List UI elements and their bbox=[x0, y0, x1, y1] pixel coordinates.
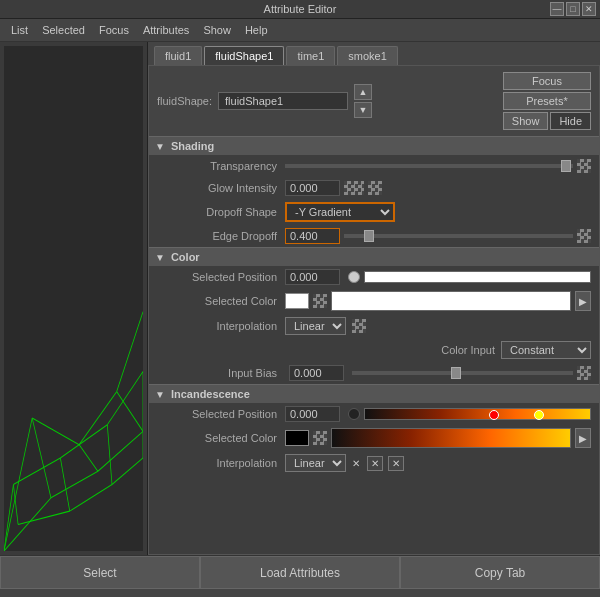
edge-dropoff-input[interactable] bbox=[285, 228, 340, 244]
menu-list[interactable]: List bbox=[8, 23, 31, 37]
shading-section-header[interactable]: ▼ Shading bbox=[149, 136, 599, 155]
menu-help[interactable]: Help bbox=[242, 23, 271, 37]
show-button[interactable]: Show bbox=[503, 112, 549, 130]
edge-dropoff-thumb[interactable] bbox=[364, 230, 374, 242]
top-controls: fluidShape: ▲ ▼ Focus Presets* Show Hide bbox=[149, 66, 599, 136]
input-bias-checker bbox=[577, 366, 591, 380]
color-position-marker bbox=[348, 271, 360, 283]
menu-attributes[interactable]: Attributes bbox=[140, 23, 192, 37]
incand-selected-position-input[interactable] bbox=[285, 406, 340, 422]
minimize-button[interactable]: — bbox=[550, 2, 564, 16]
tab-fluid1[interactable]: fluid1 bbox=[154, 46, 202, 65]
svg-line-11 bbox=[13, 458, 60, 485]
menu-show[interactable]: Show bbox=[200, 23, 234, 37]
input-bias-slider[interactable] bbox=[352, 366, 591, 380]
svg-line-15 bbox=[70, 485, 112, 512]
right-panel: fluid1 fluidShape1 time1 smoke1 fluidSha… bbox=[148, 42, 600, 555]
transparency-row: Transparency bbox=[149, 155, 599, 177]
maximize-button[interactable]: □ bbox=[566, 2, 580, 16]
hide-button[interactable]: Hide bbox=[550, 112, 591, 130]
fluid-shape-input[interactable] bbox=[218, 92, 348, 110]
gradient-arrow-right[interactable]: ▶ bbox=[575, 291, 591, 311]
bottom-bar: Select Load Attributes Copy Tab bbox=[0, 555, 600, 589]
incand-gradient-top[interactable] bbox=[364, 408, 591, 420]
svg-line-1 bbox=[32, 418, 79, 445]
color-gradient-display[interactable] bbox=[331, 291, 571, 311]
menu-bar: List Selected Focus Attributes Show Help bbox=[0, 19, 600, 42]
incand-gradient-arrow[interactable]: ▶ bbox=[575, 428, 591, 448]
svg-line-4 bbox=[4, 498, 51, 551]
shading-section-title: Shading bbox=[171, 140, 214, 152]
title-text: Attribute Editor bbox=[264, 3, 337, 15]
incand-selected-color-label: Selected Color bbox=[157, 432, 277, 444]
svg-line-16 bbox=[112, 458, 143, 485]
color-interpolation-dropdown[interactable]: Linear bbox=[285, 317, 346, 335]
dropoff-shape-dropdown[interactable]: -Y Gradient bbox=[285, 202, 395, 222]
color-input-label: Color Input bbox=[441, 344, 495, 356]
input-bias-row: Input Bias bbox=[149, 362, 599, 384]
close-button[interactable]: ✕ bbox=[582, 2, 596, 16]
transparency-slider[interactable] bbox=[285, 159, 591, 173]
color-swatch-checker bbox=[313, 294, 327, 308]
incand-interpolation-dropdown[interactable]: Linear bbox=[285, 454, 346, 472]
interpolation-icon bbox=[352, 319, 366, 333]
delete-icon[interactable]: ✕ bbox=[352, 458, 360, 469]
svg-line-14 bbox=[18, 511, 70, 524]
menu-selected[interactable]: Selected bbox=[39, 23, 88, 37]
color-gradient-bar[interactable] bbox=[364, 271, 591, 283]
select-button[interactable]: Select bbox=[0, 556, 200, 589]
presets-button[interactable]: Presets* bbox=[503, 92, 591, 110]
incand-selected-position-row: Selected Position bbox=[149, 403, 599, 425]
glow-intensity-input[interactable] bbox=[285, 180, 340, 196]
color-selected-position-row: Selected Position bbox=[149, 266, 599, 288]
color-input-dropdown[interactable]: Constant bbox=[501, 341, 591, 359]
input-bias-thumb[interactable] bbox=[451, 367, 461, 379]
incand-interp-icons: ✕ ✕ ✕ bbox=[352, 457, 404, 469]
incand-swatch-checker bbox=[313, 431, 327, 445]
color-selected-color-row: Selected Color ▶ bbox=[149, 288, 599, 314]
incand-selected-position-label: Selected Position bbox=[157, 408, 277, 420]
incandescence-section-header[interactable]: ▼ Incandescence bbox=[149, 384, 599, 403]
color-selected-position-input[interactable] bbox=[285, 269, 340, 285]
svg-line-6 bbox=[98, 431, 143, 471]
incand-color-swatch[interactable] bbox=[285, 430, 309, 446]
svg-line-10 bbox=[4, 485, 13, 551]
arrow-up-icon[interactable]: ▲ bbox=[354, 84, 372, 100]
top-right-buttons: Focus Presets* Show Hide bbox=[503, 72, 591, 130]
input-bias-track[interactable] bbox=[352, 371, 573, 375]
edge-dropoff-slider[interactable] bbox=[344, 229, 591, 243]
input-bias-input[interactable] bbox=[289, 365, 344, 381]
load-attributes-button[interactable]: Load Attributes bbox=[200, 556, 400, 589]
tabs-bar: fluid1 fluidShape1 time1 smoke1 bbox=[148, 42, 600, 65]
transparency-thumb[interactable] bbox=[561, 160, 571, 172]
transparency-track[interactable] bbox=[285, 164, 573, 168]
color-selected-position-label: Selected Position bbox=[157, 271, 277, 283]
add-icon[interactable]: ✕ bbox=[388, 456, 404, 471]
svg-line-7 bbox=[32, 418, 51, 498]
left-panel bbox=[0, 42, 148, 555]
left-canvas bbox=[4, 46, 143, 551]
arrow-down-icon[interactable]: ▼ bbox=[354, 102, 372, 118]
tab-smoke1[interactable]: smoke1 bbox=[337, 46, 398, 65]
svg-line-8 bbox=[79, 445, 98, 472]
incand-gradient-display[interactable] bbox=[331, 428, 571, 448]
shading-arrow-icon: ▼ bbox=[155, 141, 165, 152]
transparency-checker bbox=[577, 159, 591, 173]
focus-button[interactable]: Focus bbox=[503, 72, 591, 90]
svg-line-12 bbox=[60, 425, 107, 458]
edit-icon[interactable]: ✕ bbox=[367, 456, 383, 471]
dropoff-shape-row: Dropoff Shape -Y Gradient bbox=[149, 199, 599, 225]
copy-tab-button[interactable]: Copy Tab bbox=[400, 556, 600, 589]
menu-focus[interactable]: Focus bbox=[96, 23, 132, 37]
incand-marker-red[interactable] bbox=[489, 410, 499, 420]
color-section-header[interactable]: ▼ Color bbox=[149, 247, 599, 266]
color-interpolation-row: Interpolation Linear bbox=[149, 314, 599, 338]
input-bias-label: Input Bias bbox=[157, 367, 277, 379]
content-area[interactable]: fluidShape: ▲ ▼ Focus Presets* Show Hide bbox=[148, 65, 600, 555]
edge-dropoff-track[interactable] bbox=[344, 234, 573, 238]
tab-time1[interactable]: time1 bbox=[286, 46, 335, 65]
tab-fluidshape1[interactable]: fluidShape1 bbox=[204, 46, 284, 65]
incand-marker-yellow[interactable] bbox=[534, 410, 544, 420]
color-swatch[interactable] bbox=[285, 293, 309, 309]
incand-selected-color-row: Selected Color ▶ bbox=[149, 425, 599, 451]
